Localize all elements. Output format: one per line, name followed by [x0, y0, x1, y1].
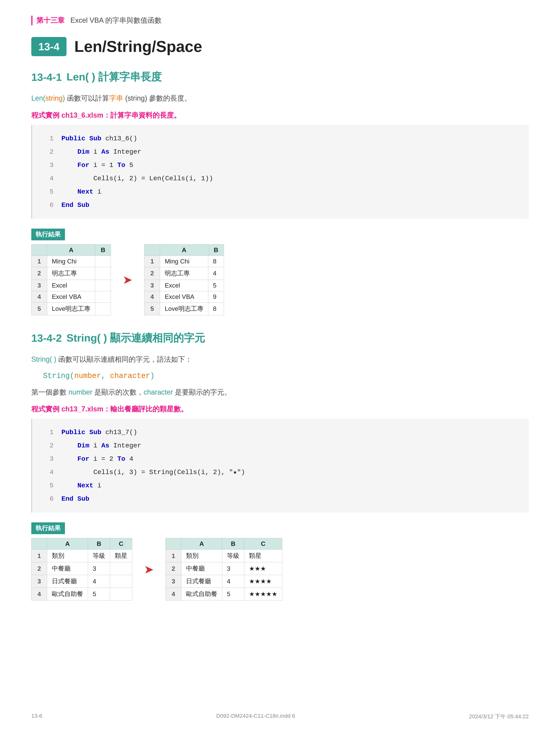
section-badge: 13-4: [31, 37, 67, 56]
syntax-line: String(number, character): [43, 372, 529, 380]
subsection1-heading: Len( ) 計算字串長度: [67, 70, 162, 84]
subsection1-number: 13-4-1: [31, 71, 62, 83]
table-row: 2明志工專: [31, 267, 111, 280]
section-title: Len/String/Space: [74, 38, 202, 56]
table-row: 4歐式自助餐5: [31, 588, 132, 601]
tables-container-2: A B C 1類別等級顆星 2中餐廳3 3日式餐廳4 4歐式自助餐5: [31, 538, 529, 601]
code-block-1: 1Public Sub ch13_6() 2 Dim i As Integer …: [31, 125, 529, 219]
col-header: [31, 244, 47, 255]
table-row: 4Excel VBA9: [144, 291, 224, 302]
table-before-1: A B 1Ming Chi 2明志工專 3Excel 4Excel VBA: [31, 244, 111, 315]
table-row: 2明志工專4: [144, 267, 224, 280]
section-main-title: 13-4 Len/String/Space: [31, 37, 529, 56]
table-before-2: A B C 1類別等級顆星 2中餐廳3 3日式餐廳4 4歐式自助餐5: [31, 538, 132, 601]
code-block-2: 1Public Sub ch13_7() 2 Dim i As Integer …: [31, 419, 529, 513]
param-desc: 第一個參數 number 是顯示的次數，character 是要顯示的字元。: [31, 386, 529, 399]
table-row: 3Excel: [31, 280, 111, 291]
subsection2-heading: String( ) 顯示連續相同的字元: [67, 331, 205, 345]
table-row: 1類別等級顆星: [31, 550, 132, 562]
chapter-title: Excel VBA 的字串與數值函數: [70, 16, 162, 25]
table-row: 2中餐廳3★★★: [166, 562, 282, 575]
table-row: 4Excel VBA: [31, 291, 111, 302]
col-a: A: [160, 244, 208, 255]
chapter-header: 第十三章 Excel VBA 的字串與數值函數: [31, 16, 529, 25]
table-row: 5Love明志工專8: [144, 302, 224, 315]
example2-label: 程式實例 ch13_7.xlsm：輸出餐廳評比的顆星數。: [31, 405, 529, 414]
result2-label: 執行結果: [31, 522, 65, 534]
chapter-label: 第十三章: [36, 16, 65, 25]
col-b: B: [95, 244, 111, 255]
table-row: 5Love明志工專: [31, 302, 111, 315]
subsection1-title: 13-4-1 Len( ) 計算字串長度: [31, 70, 529, 84]
result2-section: 執行結果 A B C 1類別等級顆星 2中餐廳3 3日式餐廳4: [31, 522, 529, 601]
table-row: 1類別等級顆星: [166, 550, 282, 562]
result1-label: 執行結果: [31, 228, 65, 240]
footer-date: 2024/3/12 下午 05:44:22: [469, 713, 529, 720]
table-row: 2中餐廳3: [31, 562, 132, 575]
col-header: [144, 244, 160, 255]
footer-page: 13-6: [31, 713, 42, 720]
footer-doc: D092-DM2424-C11-C18n.indd 6: [216, 713, 295, 720]
table-row: 1Ming Chi8: [144, 255, 224, 267]
table-row: 3Excel5: [144, 280, 224, 291]
table-row: 1Ming Chi: [31, 255, 111, 267]
tables-container-1: A B 1Ming Chi 2明志工專 3Excel 4Excel VBA: [31, 244, 529, 315]
table-after-2: A B C 1類別等級顆星 2中餐廳3★★★ 3日式餐廳4★★★★ 4歐式自助餐…: [165, 538, 282, 601]
subsection2-number: 13-4-2: [31, 332, 62, 344]
col-b: B: [208, 244, 224, 255]
table-row: 3日式餐廳4: [31, 575, 132, 588]
example1-label: 程式實例 ch13_6.xlsm：計算字串資料的長度。: [31, 111, 529, 120]
subsection2-desc1: String( ) 函數可以顯示連續相同的字元，語法如下：: [31, 353, 529, 366]
arrow-icon-2: ➤: [144, 563, 154, 576]
result1-section: 執行結果 A B 1Ming Chi 2明志工專 3Excel: [31, 228, 529, 315]
subsection2-title: 13-4-2 String( ) 顯示連續相同的字元: [31, 331, 529, 345]
page-footer: 13-6 D092-DM2424-C11-C18n.indd 6 2024/3/…: [31, 713, 529, 720]
arrow-icon: ➤: [123, 273, 132, 286]
table-row: 4歐式自助餐5★★★★★: [166, 588, 282, 601]
subsection1-desc: Len(string) 函數可以計算字串 (string) 參數的長度。: [31, 92, 529, 105]
table-row: 3日式餐廳4★★★★: [166, 575, 282, 588]
table-after-1: A B 1Ming Chi8 2明志工專4 3Excel5 4Excel VBA…: [144, 244, 224, 315]
col-a: A: [47, 244, 95, 255]
